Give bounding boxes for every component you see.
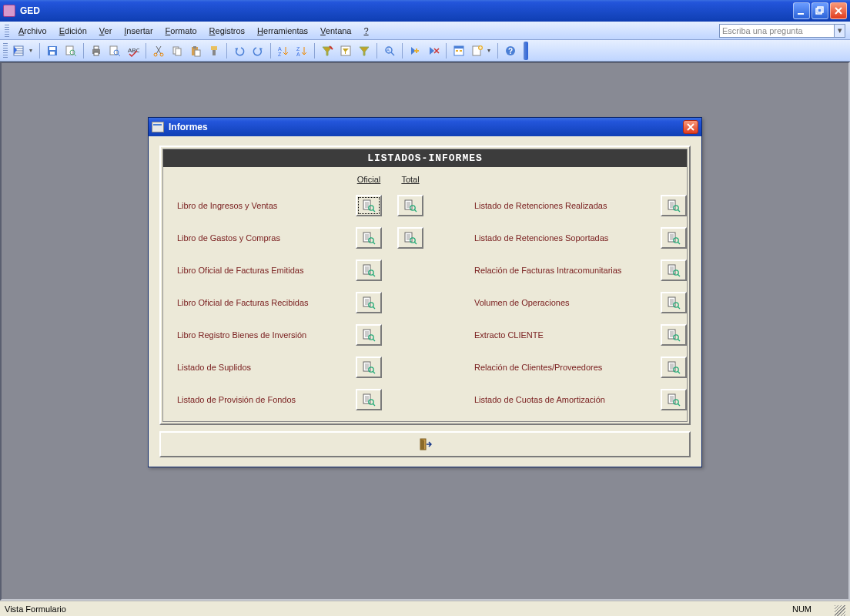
dialog-titlebar[interactable]: Informes (149, 118, 701, 136)
preview-button-right-6[interactable] (661, 389, 687, 410)
svg-rect-43 (668, 200, 675, 209)
help-search-box[interactable]: Escriba una pregunta (719, 24, 835, 38)
menu-ver[interactable]: Ver (93, 24, 119, 38)
menubar-grip[interactable] (5, 25, 9, 37)
database-window-button[interactable] (450, 42, 467, 59)
preview-oficial-button-1[interactable] (356, 227, 382, 249)
svg-text:A: A (278, 46, 282, 52)
svg-rect-21 (195, 50, 200, 56)
new-object-dropdown[interactable]: ▾ (487, 47, 494, 54)
paste-button[interactable] (187, 42, 204, 59)
window-minimize-button[interactable] (793, 2, 810, 19)
menu-registros[interactable]: Registros (203, 24, 251, 38)
informes-dialog: Informes LISTADOS-INFORMES OficialTotalL… (148, 117, 702, 467)
svg-rect-33 (456, 50, 458, 52)
app-icon (3, 5, 15, 17)
search-file-button[interactable] (62, 42, 79, 59)
report-label-left-2: Libro Oficial de Facturas Emitidas (177, 266, 346, 275)
preview-button-right-5[interactable] (661, 357, 687, 378)
preview-oficial-button-3[interactable] (356, 292, 382, 313)
menu-insertar[interactable]: Insertar (118, 24, 159, 38)
redo-button[interactable] (249, 42, 266, 59)
preview-button-right-1[interactable] (661, 227, 687, 249)
format-painter-button[interactable] (206, 42, 223, 59)
delete-record-button[interactable] (425, 42, 442, 59)
svg-rect-65 (668, 362, 675, 371)
dialog-close-bar-button[interactable] (159, 431, 691, 457)
report-label-right-0: Listado de Retenciones Realizadas (474, 201, 651, 210)
preview-oficial-button-6[interactable] (356, 389, 382, 410)
menu-herramientas[interactable]: Herramientas (251, 24, 314, 38)
help-button[interactable]: ? (502, 42, 519, 59)
cut-button[interactable] (150, 42, 167, 59)
find-button[interactable]: A (381, 42, 398, 59)
report-label-left-3: Libro Oficial de Facturas Recibidas (177, 298, 346, 307)
preview-total-button-1[interactable] (397, 227, 423, 249)
svg-text:ABC: ABC (128, 47, 139, 54)
filter-by-selection-button[interactable] (319, 42, 336, 59)
form-view-button[interactable] (11, 42, 28, 59)
mdi-client-area: Informes LISTADOS-INFORMES OficialTotalL… (0, 62, 850, 601)
svg-rect-41 (405, 200, 412, 209)
resize-grip[interactable] (835, 605, 845, 616)
svg-point-15 (154, 53, 157, 56)
filter-by-form-button[interactable] (337, 42, 354, 59)
view-dropdown[interactable]: ▾ (29, 47, 35, 54)
toolbar-end-grip[interactable] (524, 42, 528, 60)
svg-rect-11 (94, 52, 99, 55)
svg-rect-51 (363, 265, 370, 274)
svg-rect-32 (454, 46, 463, 49)
svg-rect-1 (816, 8, 822, 14)
save-button[interactable] (44, 42, 61, 59)
toolbar-grip[interactable] (3, 43, 8, 59)
menu-archivo[interactable]: Archivo (12, 24, 53, 38)
new-record-button[interactable] (407, 42, 423, 59)
preview-button-right-0[interactable] (661, 195, 687, 216)
svg-rect-49 (668, 233, 675, 242)
svg-rect-57 (668, 297, 675, 306)
preview-button-right-4[interactable] (661, 324, 687, 346)
preview-oficial-button-0[interactable] (356, 195, 382, 216)
svg-rect-59 (363, 330, 370, 339)
window-restore-button[interactable] (812, 2, 828, 19)
svg-point-16 (160, 53, 163, 56)
dialog-close-button[interactable] (683, 120, 698, 134)
toggle-filter-button[interactable] (356, 42, 373, 59)
preview-oficial-button-5[interactable] (356, 357, 382, 378)
print-preview-button[interactable] (106, 42, 123, 59)
app-title: GED (20, 5, 40, 16)
status-numlock: NUM (792, 604, 812, 614)
svg-rect-22 (211, 46, 217, 50)
preview-oficial-button-2[interactable] (356, 259, 382, 281)
report-label-right-3: Volumen de Operaciones (474, 298, 651, 307)
preview-oficial-button-4[interactable] (356, 324, 382, 346)
sort-asc-button[interactable]: AZ (275, 42, 292, 59)
print-button[interactable] (88, 42, 105, 59)
svg-rect-53 (668, 265, 675, 274)
door-exit-icon (418, 437, 432, 451)
help-search-placeholder: Escriba una pregunta (722, 26, 803, 35)
svg-rect-45 (363, 233, 370, 242)
report-label-right-2: Relación de Facturas Intracomunitarias (474, 266, 651, 275)
preview-button-right-2[interactable] (661, 259, 687, 281)
undo-button[interactable] (231, 42, 248, 59)
window-close-button[interactable] (830, 2, 847, 19)
copy-button[interactable] (169, 42, 186, 59)
svg-rect-47 (405, 233, 412, 242)
preview-button-right-3[interactable] (661, 292, 687, 313)
new-object-button[interactable] (469, 42, 486, 59)
menu-formato[interactable]: Formato (159, 24, 203, 38)
svg-rect-61 (668, 330, 675, 339)
sort-desc-button[interactable]: ZA (293, 42, 310, 59)
svg-rect-23 (212, 50, 216, 55)
svg-rect-5 (49, 47, 55, 50)
svg-rect-67 (363, 394, 370, 403)
menu-edicin[interactable]: Edición (53, 24, 93, 38)
help-search-dropdown[interactable]: ▾ (835, 24, 845, 38)
menubar: ArchivoEdiciónVerInsertarFormatoRegistro… (0, 22, 850, 40)
svg-rect-63 (363, 362, 370, 371)
menu-?[interactable]: ? (358, 24, 375, 38)
menu-ventana[interactable]: Ventana (314, 24, 357, 38)
preview-total-button-0[interactable] (397, 195, 423, 216)
spellcheck-button[interactable]: ABC (125, 42, 142, 59)
